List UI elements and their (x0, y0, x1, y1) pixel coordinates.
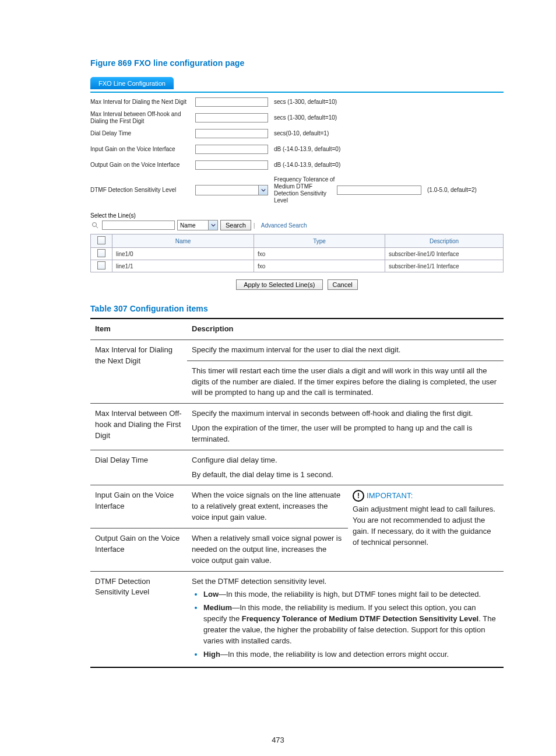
cell-desc: subscriber-line1/1 Interface (385, 260, 504, 272)
apply-button[interactable]: Apply to Selected Line(s) (236, 279, 322, 290)
list-item: Medium—In this mode, the reliability is … (203, 603, 499, 646)
important-note: ! IMPORTANT: Gain adjustment might lead … (348, 485, 504, 571)
th-desc: Description (187, 318, 504, 340)
hint-output-gain: dB (-14.0-13.9, default=0) (274, 162, 340, 169)
table-title: Table 307 Configuration items (90, 304, 504, 313)
hint-freq-tolerance: (1.0-5.0, default=2) (427, 187, 477, 194)
desc-text: Set the DTMF detection sensitivity level… (187, 571, 504, 667)
important-body: Gain adjustment might lead to call failu… (353, 504, 499, 548)
label-max-interval-next: Max Interval for Dialing the Next Digit (90, 99, 195, 106)
label-dtmf-level: DTMF Detection Sensitivity Level (90, 187, 195, 194)
desc-text: Configure dial delay time. By default, t… (187, 450, 504, 485)
col-desc[interactable]: Description (385, 235, 504, 248)
item-dial-delay: Dial Delay Time (90, 450, 187, 485)
input-input-gain[interactable] (195, 145, 268, 154)
figure-title: Figure 869 FXO line configuration page (90, 58, 504, 68)
cell-desc: subscriber-line1/0 Interface (385, 248, 504, 260)
hint-input-gain: dB (-14.0-13.9, default=0) (274, 146, 340, 153)
checkbox-row[interactable] (97, 249, 105, 257)
desc-text: Specify the maximum interval for the use… (187, 340, 504, 360)
input-max-interval-next[interactable] (195, 97, 268, 107)
desc-text: This timer will restart each time the us… (187, 360, 504, 404)
checkbox-row[interactable] (97, 261, 105, 270)
desc-text: Specify the maximum interval in seconds … (187, 404, 504, 450)
label-dial-delay: Dial Delay Time (90, 130, 195, 137)
label-output-gain: Output Gain on the Voice Interface (90, 162, 195, 169)
label-input-gain: Input Gain on the Voice Interface (90, 146, 195, 153)
desc-line: Configure dial delay time. (192, 455, 499, 466)
page-number: 473 (0, 736, 556, 744)
checkbox-all[interactable] (97, 236, 105, 244)
search-field-select[interactable]: Name (177, 220, 218, 230)
item-input-gain: Input Gain on the Voice Interface (90, 485, 187, 528)
list-item: Low—In this mode, the reliability is hig… (203, 589, 499, 600)
cancel-button[interactable]: Cancel (328, 279, 358, 290)
hint-max-interval-next: secs (1-300, default=10) (274, 99, 337, 106)
label-freq-tolerance: Frequency Tolerance of Medium DTMF Detec… (274, 176, 337, 204)
desc-text: When the voice signals on the line atten… (187, 485, 348, 528)
list-item: High—In this mode, the reliability is lo… (203, 649, 499, 660)
chevron-down-icon (208, 220, 217, 230)
svg-line-1 (96, 226, 98, 228)
cell-name: line1/0 (112, 248, 254, 260)
select-dtmf-level[interactable] (195, 185, 268, 195)
col-type[interactable]: Type (254, 235, 385, 248)
desc-line: By default, the dial delay time is 1 sec… (192, 470, 499, 481)
input-freq-tolerance[interactable] (337, 186, 421, 195)
important-label: IMPORTANT: (367, 491, 413, 502)
cell-type: fxo (254, 260, 385, 272)
search-input[interactable] (102, 220, 175, 230)
svg-point-0 (93, 223, 97, 227)
input-output-gain[interactable] (195, 160, 268, 170)
input-max-interval-offhook[interactable] (195, 113, 268, 123)
lines-table: Name Type Description line1/0 fxo subscr… (90, 234, 504, 272)
desc-line: Specify the maximum interval in seconds … (192, 408, 499, 419)
hint-max-interval-offhook: secs (1-300, default=10) (274, 114, 337, 121)
config-screenshot: FXO Line Configuration Max Interval for … (90, 72, 504, 290)
cell-name: line1/1 (112, 260, 254, 272)
item-max-offhook: Max Interval between Off-hook and Dialin… (90, 404, 187, 450)
chevron-down-icon (258, 186, 268, 195)
cell-type: fxo (254, 248, 385, 260)
desc-line: Set the DTMF detection sensitivity level… (192, 576, 499, 587)
input-dial-delay[interactable] (195, 129, 268, 138)
th-item: Item (90, 318, 187, 340)
table-row[interactable]: line1/0 fxo subscriber-line1/0 Interface (91, 248, 504, 260)
hint-dial-delay: secs(0-10, default=1) (274, 130, 329, 137)
alert-icon: ! (353, 490, 364, 502)
search-button[interactable]: Search (220, 220, 251, 230)
item-max-next: Max Interval for Dialing the Next Digit (90, 340, 187, 403)
search-icon (90, 220, 100, 230)
item-output-gain: Output Gain on the Voice Interface (90, 528, 187, 571)
desc-text: When a relatively small voice signal pow… (187, 528, 348, 571)
col-name[interactable]: Name (112, 235, 254, 248)
label-max-interval-offhook: Max Interval between Off-hook and Dialin… (90, 111, 195, 125)
tab-fxo-config[interactable]: FXO Line Configuration (90, 77, 174, 89)
item-dtmf-level: DTMF Detection Sensitivity Level (90, 571, 187, 667)
advanced-search-link[interactable]: Advanced Search (261, 222, 307, 229)
label-select-lines: Select the Line(s) (90, 212, 504, 219)
table-row[interactable]: line1/1 fxo subscriber-line1/1 Interface (91, 260, 504, 272)
config-items-table: Item Description Max Interval for Dialin… (90, 318, 504, 668)
desc-line: Upon the expiration of the timer, the us… (192, 423, 499, 445)
search-field-value: Name (180, 222, 196, 229)
